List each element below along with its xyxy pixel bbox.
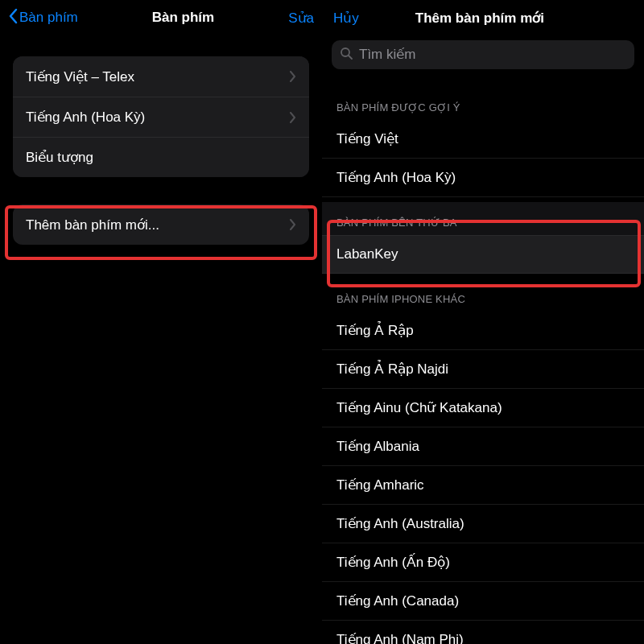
search-input[interactable] [359,47,626,63]
list-item[interactable]: Tiếng Anh (Ấn Độ) [322,543,644,582]
list-item[interactable]: Tiếng Amharic [322,466,644,505]
list-item[interactable]: Tiếng Anh (Canada) [322,582,644,621]
page-title: Thêm bàn phím mới [359,10,601,27]
chevron-right-icon [290,112,296,123]
list-item[interactable]: Tiếng Ả Rập [322,312,644,350]
list-item-label: LabanKey [336,246,398,262]
back-label: Bàn phím [19,10,78,26]
list-item[interactable]: Tiếng Ả Rập Najdi [322,350,644,389]
list-item[interactable]: Tiếng Việt [322,120,644,159]
third-party-section: BÀN PHÍM BÊN THỨ BA LabanKey [322,202,644,274]
add-keyboard-group: Thêm bàn phím mới... [13,204,309,245]
edit-button[interactable]: Sửa [288,10,314,27]
chevron-right-icon [290,219,296,230]
section-header-suggested: BÀN PHÍM ĐƯỢC GỢI Ý [322,87,644,120]
list-item-label: Tiếng Ả Rập Najdi [336,361,448,378]
list-item-label: Tiếng Anh (Nam Phi) [336,631,464,644]
suggested-section: BÀN PHÍM ĐƯỢC GỢI Ý Tiếng Việt Tiếng Anh… [322,87,644,197]
search-field[interactable] [332,40,634,69]
list-item-label: Tiếng Ainu (Chữ Katakana) [336,399,502,416]
add-keyboard-button[interactable]: Thêm bàn phím mới... [13,204,309,245]
list-item-label: Tiếng Anh (Hoa Kỳ) [336,169,456,186]
list-item-labankey[interactable]: LabanKey [322,235,644,274]
list-item-label: Tiếng Albania [336,438,419,455]
cancel-button[interactable]: Hủy [333,10,359,27]
list-item-label: Tiếng Amharic [336,477,424,493]
add-keyboard-screen: Hủy Thêm bàn phím mới BÀN PHÍM ĐƯỢC GỢI … [322,0,644,644]
svg-line-1 [349,56,352,59]
list-item-label: Tiếng Việt [336,130,398,147]
section-header-other: BÀN PHÍM IPHONE KHÁC [322,279,644,312]
keyboard-row-label: Biểu tượng [26,149,93,166]
list-item-label: Tiếng Anh (Australia) [336,515,464,532]
keyboard-row[interactable]: Biểu tượng [13,137,309,177]
keyboard-row-label: Tiếng Anh (Hoa Kỳ) [26,109,145,126]
keyboard-row[interactable]: Tiếng Anh (Hoa Kỳ) [13,97,309,137]
list-item[interactable]: Tiếng Anh (Australia) [322,505,644,543]
navbar: Hủy Thêm bàn phím mới [322,0,644,35]
other-keyboards-section: BÀN PHÍM IPHONE KHÁC Tiếng Ả Rập Tiếng Ả… [322,279,644,644]
add-keyboard-label: Thêm bàn phím mới... [26,217,159,233]
list-item[interactable]: Tiếng Albania [322,427,644,466]
search-wrapper [322,35,644,74]
keyboard-row[interactable]: Tiếng Việt – Telex [13,56,309,97]
list-item[interactable]: Tiếng Ainu (Chữ Katakana) [322,389,644,427]
chevron-right-icon [290,71,296,82]
app-root: Bàn phím Bàn phím Sửa Tiếng Việt – Telex… [0,0,644,644]
list-item[interactable]: Tiếng Anh (Nam Phi) [322,621,644,644]
section-header-third-party: BÀN PHÍM BÊN THỨ BA [322,202,644,235]
list-item-label: Tiếng Anh (Ấn Độ) [336,554,450,571]
keyboard-list-group: Tiếng Việt – Telex Tiếng Anh (Hoa Kỳ) Bi… [13,56,309,177]
navbar: Bàn phím Bàn phím Sửa [0,0,322,35]
list-item-label: Tiếng Ả Rập [336,322,414,339]
list-item-label: Tiếng Anh (Canada) [336,592,459,609]
search-icon [340,47,353,63]
list-item[interactable]: Tiếng Anh (Hoa Kỳ) [322,159,644,197]
chevron-left-icon [8,8,19,28]
keyboards-settings-screen: Bàn phím Bàn phím Sửa Tiếng Việt – Telex… [0,0,322,644]
keyboard-row-label: Tiếng Việt – Telex [26,68,134,85]
page-title: Bàn phím [152,10,214,26]
back-button[interactable]: Bàn phím [8,8,78,28]
